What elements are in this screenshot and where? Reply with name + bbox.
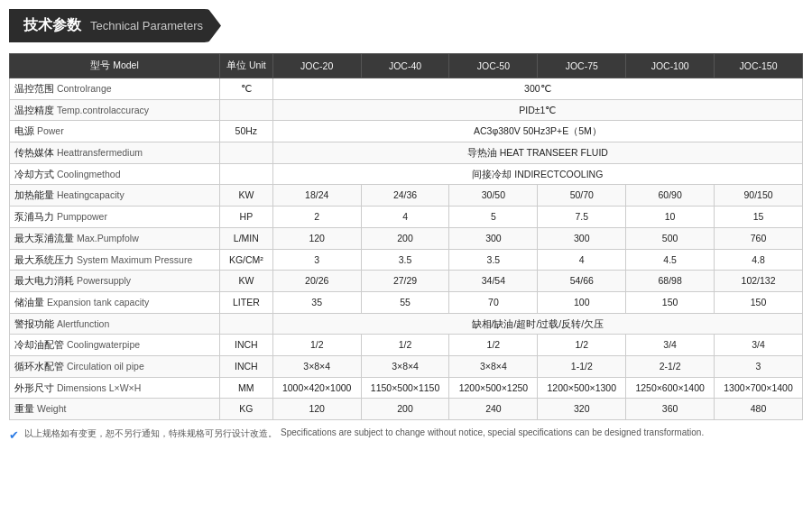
row-cell: 2: [272, 207, 361, 228]
row-cell: 150: [715, 291, 803, 313]
footer-icon: ✔: [9, 428, 19, 442]
row-cell: 120: [272, 227, 361, 249]
row-cell: 300: [538, 227, 626, 249]
row-cell: 60/90: [626, 185, 715, 207]
row-cell: 30/50: [449, 185, 538, 207]
row-cell: 1300×700×1400: [715, 377, 803, 399]
row-merged-value: PID±1℃: [272, 99, 802, 121]
row-cell: 500: [626, 227, 715, 249]
row-unit: [219, 163, 272, 185]
row-cell: 4: [361, 207, 449, 228]
row-cell: 1/2: [272, 335, 361, 356]
row-cell: 24/36: [361, 185, 449, 207]
footer-text-zh: 以上规格如有变更，恕不另行通知，特殊规格可另行设计改造。: [24, 427, 277, 440]
row-cell: 760: [715, 227, 803, 249]
row-cell: 200: [361, 227, 449, 249]
row-label: 外形尺寸 Dimensions L×W×H: [10, 377, 220, 399]
row-cell: 50/70: [538, 185, 626, 207]
row-label: 温控精度 Temp.controlaccuracy: [10, 99, 220, 121]
row-cell: 320: [538, 399, 626, 420]
table-row: 温控精度 Temp.controlaccuracyPID±1℃: [10, 99, 803, 121]
row-cell: 5: [449, 207, 538, 228]
row-cell: 3×8×4: [361, 355, 449, 377]
row-unit: KG/CM²: [219, 249, 272, 271]
row-cell: 18/24: [272, 185, 361, 207]
row-label: 传热媒体 Heattransfermedium: [10, 142, 220, 164]
table-row: 重量 WeightKG120200240320360480: [10, 399, 803, 420]
row-label: 冷却油配管 Coolingwaterpipe: [10, 335, 220, 356]
table-row: 最大电力消耗 PowersupplyKW20/2627/2934/5454/66…: [10, 271, 803, 292]
table-row: 传热媒体 Heattransfermedium导热油 HEAT TRANSEER…: [10, 142, 803, 164]
row-label: 循环水配管 Circulation oil pipe: [10, 355, 220, 377]
row-cell: 3.5: [449, 249, 538, 271]
row-cell: 3.5: [361, 249, 449, 271]
row-cell: 480: [715, 399, 803, 420]
table-row: 外形尺寸 Dimensions L×W×HMM1000×420×10001150…: [10, 377, 803, 399]
row-cell: 3×8×4: [449, 355, 538, 377]
col-joc20: JOC-20: [272, 54, 361, 78]
row-cell: 1250×600×1400: [626, 377, 715, 399]
header-title-zh: 技术参数: [23, 16, 81, 35]
row-merged-value: 300℃: [272, 78, 802, 100]
row-cell: 3: [272, 249, 361, 271]
col-joc50: JOC-50: [449, 54, 538, 78]
row-label: 储油量 Expansion tank capacity: [10, 291, 220, 313]
table-row: 冷却油配管 CoolingwaterpipeINCH1/21/21/21/23/…: [10, 335, 803, 356]
table-row: 警报功能 Alertfunction缺相/缺油/超时/过载/反转/欠压: [10, 313, 803, 335]
row-unit: KW: [219, 185, 272, 207]
row-cell: 54/66: [538, 271, 626, 292]
row-unit: INCH: [219, 335, 272, 356]
row-cell: 20/26: [272, 271, 361, 292]
row-cell: 3/4: [626, 335, 715, 356]
col-unit: 单位 Unit: [219, 54, 272, 78]
row-unit: [219, 313, 272, 335]
row-cell: 240: [449, 399, 538, 420]
table-row: 最大系统压力 System Maximum PressureKG/CM²33.5…: [10, 249, 803, 271]
col-joc75: JOC-75: [538, 54, 626, 78]
row-cell: 1/2: [538, 335, 626, 356]
row-label: 泵浦马力 Pumppower: [10, 207, 220, 228]
row-unit: 50Hz: [219, 121, 272, 142]
row-unit: KW: [219, 271, 272, 292]
row-cell: 3: [715, 355, 803, 377]
col-joc100: JOC-100: [626, 54, 715, 78]
row-merged-value: 间接冷却 INDIRECTCOOLING: [272, 163, 802, 185]
row-cell: 55: [361, 291, 449, 313]
row-cell: 1000×420×1000: [272, 377, 361, 399]
row-merged-value: AC3φ380V 50Hz3P+E（5M）: [272, 121, 802, 142]
col-joc40: JOC-40: [361, 54, 449, 78]
row-unit: L/MIN: [219, 227, 272, 249]
row-cell: 1200×500×1300: [538, 377, 626, 399]
row-cell: 200: [361, 399, 449, 420]
row-cell: 27/29: [361, 271, 449, 292]
row-cell: 4: [538, 249, 626, 271]
row-cell: 120: [272, 399, 361, 420]
row-cell: 100: [538, 291, 626, 313]
row-cell: 2-1/2: [626, 355, 715, 377]
row-unit: HP: [219, 207, 272, 228]
row-cell: 34/54: [449, 271, 538, 292]
col-model: 型号 Model: [10, 54, 220, 78]
table-header-row: 型号 Model 单位 Unit JOC-20 JOC-40 JOC-50 JO…: [10, 54, 803, 78]
row-unit: [219, 99, 272, 121]
table-row: 泵浦马力 PumppowerHP2457.51015: [10, 207, 803, 228]
row-label: 电源 Power: [10, 121, 220, 142]
row-unit: LITER: [219, 291, 272, 313]
row-cell: 360: [626, 399, 715, 420]
row-cell: 1/2: [449, 335, 538, 356]
row-unit: KG: [219, 399, 272, 420]
table-row: 循环水配管 Circulation oil pipeINCH3×8×43×8×4…: [10, 355, 803, 377]
row-cell: 90/150: [715, 185, 803, 207]
row-cell: 1200×500×1250: [449, 377, 538, 399]
table-row: 储油量 Expansion tank capacityLITER35557010…: [10, 291, 803, 313]
row-unit: MM: [219, 377, 272, 399]
row-cell: 10: [626, 207, 715, 228]
row-merged-value: 导热油 HEAT TRANSEER FLUID: [272, 142, 802, 164]
table-row: 温控范围 Controlrange℃300℃: [10, 78, 803, 100]
row-cell: 1/2: [361, 335, 449, 356]
table-wrapper: 型号 Model 单位 Unit JOC-20 JOC-40 JOC-50 JO…: [9, 53, 803, 420]
table-row: 电源 Power50HzAC3φ380V 50Hz3P+E（5M）: [10, 121, 803, 142]
row-cell: 4.8: [715, 249, 803, 271]
footer-text-en: Specifications are subject to change wit…: [281, 427, 704, 437]
row-label: 最大电力消耗 Powersupply: [10, 271, 220, 292]
